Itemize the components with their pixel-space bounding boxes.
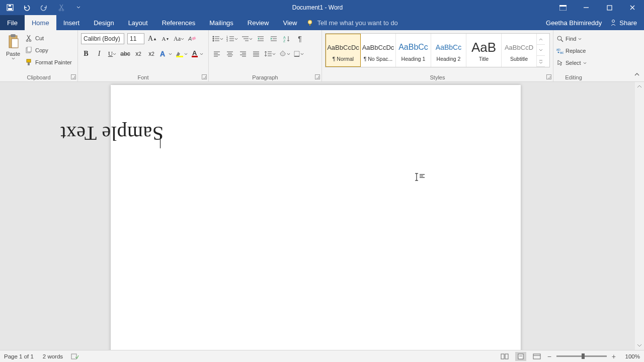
- tab-mailings[interactable]: Mailings: [202, 15, 240, 30]
- increase-indent-icon[interactable]: [269, 34, 279, 44]
- group-paragraph-label: Paragraph: [209, 74, 321, 80]
- style-heading1[interactable]: AaBbCcHeading 1: [396, 34, 431, 67]
- clipboard-launcher[interactable]: [71, 74, 76, 79]
- multilevel-icon[interactable]: [241, 34, 253, 44]
- vertical-scrollbar[interactable]: [635, 82, 644, 350]
- align-right-icon[interactable]: [238, 49, 248, 59]
- tab-view[interactable]: View: [276, 15, 304, 30]
- undo-icon[interactable]: [22, 3, 32, 13]
- status-page[interactable]: Page 1 of 1: [4, 353, 34, 359]
- svg-point-3: [59, 9, 61, 11]
- change-case-icon[interactable]: Aa: [174, 34, 184, 44]
- tab-review[interactable]: Review: [240, 15, 276, 30]
- sort-icon[interactable]: AZ: [282, 34, 292, 44]
- zoom-slider[interactable]: [556, 355, 607, 357]
- maximize-icon[interactable]: [598, 0, 621, 15]
- styles-row-down[interactable]: [537, 45, 545, 56]
- strikethrough-icon[interactable]: abc: [120, 49, 130, 59]
- borders-icon[interactable]: [293, 49, 304, 59]
- svg-rect-69: [294, 51, 299, 56]
- document-text[interactable]: Sample Text: [60, 122, 164, 145]
- bold-icon[interactable]: B: [81, 49, 91, 59]
- share-button[interactable]: Share: [610, 19, 637, 27]
- styles-row-up[interactable]: [537, 34, 545, 45]
- tell-me-search[interactable]: Tell me what you want to do: [307, 15, 397, 30]
- ribbon-display-icon[interactable]: [551, 0, 575, 15]
- superscript-icon[interactable]: x2: [146, 49, 156, 59]
- align-left-icon[interactable]: [212, 49, 222, 59]
- user-name[interactable]: Geetha Bhimireddy: [546, 19, 602, 27]
- clear-format-icon[interactable]: A: [187, 34, 197, 44]
- svg-rect-82: [71, 354, 76, 359]
- highlight-icon[interactable]: [175, 49, 188, 59]
- replace-button[interactable]: abac Replace: [556, 45, 586, 56]
- document-area[interactable]: Sample Text: [0, 82, 635, 350]
- show-hide-icon[interactable]: ¶: [295, 34, 305, 44]
- minimize-icon[interactable]: [575, 0, 598, 15]
- align-center-icon[interactable]: [225, 49, 235, 59]
- font-color-icon[interactable]: A: [191, 49, 203, 59]
- style-title[interactable]: AaBTitle: [466, 34, 502, 67]
- svg-text:3: 3: [226, 39, 228, 42]
- cut-button[interactable]: Cut: [25, 33, 72, 44]
- tab-layout[interactable]: Layout: [121, 15, 155, 30]
- qat-customize-icon[interactable]: [73, 3, 84, 13]
- spell-check-icon[interactable]: [70, 351, 80, 361]
- group-editing-label: Editing: [553, 74, 594, 80]
- italic-icon[interactable]: I: [94, 49, 104, 59]
- subscript-icon[interactable]: x2: [133, 49, 143, 59]
- styles-launcher[interactable]: [546, 74, 551, 79]
- zoom-in-icon[interactable]: +: [612, 352, 616, 360]
- status-words[interactable]: 2 words: [43, 353, 63, 359]
- line-spacing-icon[interactable]: [264, 49, 276, 59]
- select-button[interactable]: Select: [556, 57, 587, 68]
- tab-insert[interactable]: Insert: [56, 15, 87, 30]
- styles-more[interactable]: [537, 56, 545, 67]
- group-clipboard-label: Clipboard: [0, 74, 77, 80]
- tab-file[interactable]: File: [0, 15, 25, 30]
- font-size-combo[interactable]: 11: [127, 33, 144, 44]
- paragraph-launcher[interactable]: [315, 74, 320, 79]
- svg-rect-85: [518, 354, 523, 359]
- numbering-icon[interactable]: 123: [226, 34, 238, 44]
- copy-button[interactable]: Copy: [25, 45, 72, 56]
- scroll-down-icon[interactable]: [635, 341, 644, 350]
- style-heading2[interactable]: AaBbCcHeading 2: [431, 34, 466, 67]
- collapse-ribbon-icon[interactable]: [632, 69, 642, 79]
- zoom-out-icon[interactable]: −: [547, 352, 551, 360]
- zoom-level[interactable]: 100%: [621, 353, 640, 359]
- web-layout-icon[interactable]: [531, 352, 542, 361]
- svg-text:A: A: [283, 36, 286, 39]
- tab-references[interactable]: References: [155, 15, 202, 30]
- print-layout-icon[interactable]: [515, 352, 526, 361]
- paste-label: Paste: [6, 51, 20, 57]
- style-subtitle[interactable]: AaBbCcDSubtitle: [502, 34, 537, 67]
- page[interactable]: Sample Text: [111, 85, 521, 350]
- decrease-indent-icon[interactable]: [256, 34, 266, 44]
- bullets-icon[interactable]: [212, 34, 223, 44]
- read-mode-icon[interactable]: [499, 352, 510, 361]
- svg-point-11: [612, 20, 615, 23]
- close-icon[interactable]: [621, 0, 644, 15]
- font-launcher[interactable]: [202, 74, 207, 79]
- underline-icon[interactable]: U: [107, 49, 117, 59]
- shrink-font-icon[interactable]: A▼: [160, 34, 171, 44]
- save-icon[interactable]: [5, 3, 15, 13]
- paste-button[interactable]: Paste: [3, 32, 23, 68]
- redo-icon[interactable]: [39, 3, 49, 13]
- styles-gallery[interactable]: AaBbCcDc¶ Normal AaBbCcDc¶ No Spac... Aa…: [325, 33, 550, 67]
- tab-design[interactable]: Design: [87, 15, 121, 30]
- shading-icon[interactable]: [279, 49, 290, 59]
- style-no-spacing[interactable]: AaBbCcDc¶ No Spac...: [361, 34, 396, 67]
- style-normal[interactable]: AaBbCcDc¶ Normal: [326, 34, 361, 67]
- grow-font-icon[interactable]: A▲: [147, 34, 157, 44]
- format-painter-button[interactable]: Format Painter: [25, 57, 72, 68]
- text-effects-icon[interactable]: A: [159, 49, 172, 59]
- justify-icon[interactable]: [251, 49, 261, 59]
- font-name-combo[interactable]: Calibri (Body): [81, 33, 124, 44]
- find-button[interactable]: Find: [556, 33, 582, 44]
- scroll-up-icon[interactable]: [635, 82, 644, 91]
- chevron-down-icon: [578, 37, 582, 41]
- tab-home[interactable]: Home: [25, 15, 56, 30]
- svg-point-29: [213, 38, 214, 40]
